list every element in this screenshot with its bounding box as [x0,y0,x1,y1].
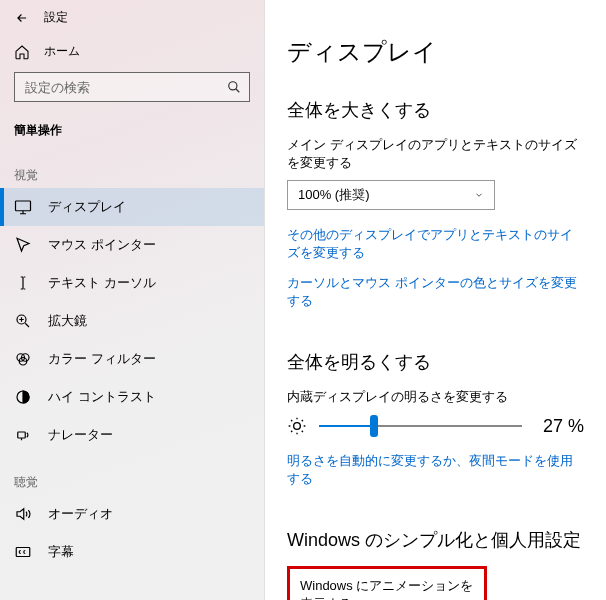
sidebar-item-label: 拡大鏡 [48,312,87,330]
group-vision-label: 視覚 [0,147,264,188]
scale-dropdown-value: 100% (推奨) [298,186,370,204]
home-label: ホーム [44,43,80,60]
svg-rect-7 [18,432,26,438]
sidebar-item-display[interactable]: ディスプレイ [0,188,264,226]
color-filter-icon [14,350,32,368]
category-label: 簡単操作 [0,112,264,147]
brightness-value: 27 % [534,416,584,437]
link-other-displays[interactable]: その他のディスプレイでアプリとテキストのサイズを変更する [287,226,584,262]
svg-rect-8 [16,548,30,557]
svg-point-0 [229,82,237,90]
search-wrap [0,72,264,112]
sidebar-item-mouse-pointer[interactable]: マウス ポインター [0,226,264,264]
audio-icon [14,505,32,523]
home-icon [14,44,30,60]
link-cursor-pointer[interactable]: カーソルとマウス ポインターの色とサイズを変更する [287,274,584,310]
captions-icon [14,543,32,561]
scale-dropdown[interactable]: 100% (推奨) [287,180,495,210]
sidebar-item-label: ディスプレイ [48,198,126,216]
brightness-slider-row: 27 % [287,414,584,438]
link-auto-brightness[interactable]: 明るさを自動的に変更するか、夜間モードを使用する [287,452,584,488]
section-make-bigger-heading: 全体を大きくする [287,98,584,122]
back-icon[interactable] [14,10,30,26]
sidebar-item-label: カラー フィルター [48,350,156,368]
group-hearing-label: 聴覚 [0,454,264,495]
search-box[interactable] [14,72,250,102]
search-input[interactable] [15,80,219,95]
sidebar-item-label: ナレーター [48,426,113,444]
app-title: 設定 [44,9,68,26]
toggle-animations-block: Windows にアニメーションを表示する オン [300,577,474,600]
text-cursor-icon [14,274,32,292]
sidebar: 設定 ホーム 簡単操作 視覚 ディスプレイ マウス ポインター テキスト [0,0,265,600]
section-make-brighter-heading: 全体を明るくする [287,350,584,374]
svg-point-9 [294,423,301,430]
brightness-description: 内蔵ディスプレイの明るさを変更する [287,388,584,406]
search-icon [219,80,249,94]
section-simplify-heading: Windows のシンプル化と個人用設定 [287,528,584,552]
toggle-animations-label: Windows にアニメーションを表示する [300,577,474,600]
high-contrast-icon [14,388,32,406]
chevron-down-icon [474,190,484,200]
magnifier-icon [14,312,32,330]
scale-description: メイン ディスプレイのアプリとテキストのサイズを変更する [287,136,584,172]
sidebar-item-captions[interactable]: 字幕 [0,533,264,571]
sidebar-item-label: マウス ポインター [48,236,156,254]
sidebar-item-label: テキスト カーソル [48,274,156,292]
cursor-icon [14,236,32,254]
sidebar-item-color-filters[interactable]: カラー フィルター [0,340,264,378]
sidebar-item-high-contrast[interactable]: ハイ コントラスト [0,378,264,416]
highlight-annotation: Windows にアニメーションを表示する オン [287,566,487,600]
main-content: ディスプレイ 全体を大きくする メイン ディスプレイのアプリとテキストのサイズを… [265,0,606,600]
brightness-slider[interactable] [319,414,522,438]
narrator-icon [14,426,32,444]
svg-rect-1 [16,201,31,211]
sidebar-item-magnifier[interactable]: 拡大鏡 [0,302,264,340]
sidebar-item-label: ハイ コントラスト [48,388,156,406]
sun-icon [287,416,307,436]
home-row[interactable]: ホーム [0,35,264,72]
sidebar-item-narrator[interactable]: ナレーター [0,416,264,454]
sidebar-item-audio[interactable]: オーディオ [0,495,264,533]
sidebar-item-text-cursor[interactable]: テキスト カーソル [0,264,264,302]
app-header: 設定 [0,0,264,35]
sidebar-item-label: オーディオ [48,505,113,523]
page-title: ディスプレイ [287,36,584,68]
display-icon [14,198,32,216]
sidebar-item-label: 字幕 [48,543,74,561]
